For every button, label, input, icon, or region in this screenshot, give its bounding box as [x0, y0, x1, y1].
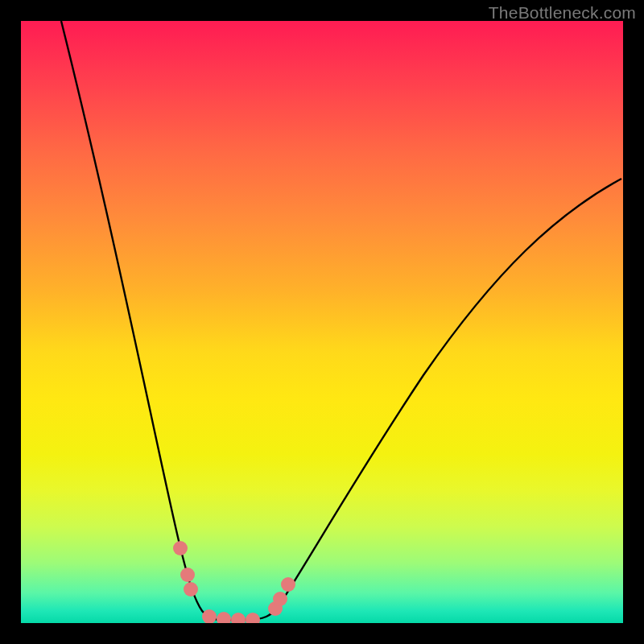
dot: [173, 541, 188, 555]
curve-left: [61, 21, 246, 620]
curve-right: [246, 179, 621, 620]
dot: [246, 613, 260, 623]
dot: [281, 577, 295, 592]
watermark-text: TheBottleneck.com: [489, 3, 636, 23]
chart-frame: [21, 21, 623, 623]
dot: [202, 609, 217, 623]
chart-svg: [21, 21, 623, 623]
dot: [273, 592, 287, 606]
dot: [180, 568, 195, 582]
dot: [184, 582, 198, 597]
dot: [231, 613, 246, 623]
valley-dots: [173, 541, 295, 623]
dot: [217, 612, 231, 623]
